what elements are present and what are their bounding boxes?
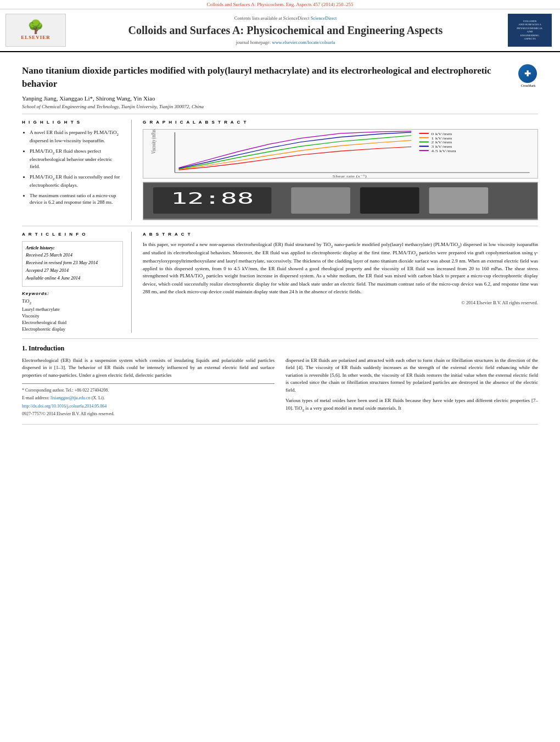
svg-rect-7: [419, 141, 429, 142]
article-title: Nano titanium dioxide particles modified…: [22, 64, 513, 91]
info-abstract-row: A R T I C L E I N F O Article history: R…: [22, 226, 538, 339]
crossmark: ✚ CrossMark: [518, 64, 538, 84]
abstract-heading: A B S T R A C T: [143, 232, 538, 237]
crossmark-logo: ✚: [518, 64, 537, 83]
journal-homepage-line: journal homepage: www.elsevier.com/locat…: [71, 40, 500, 45]
crossmark-label: CrossMark: [518, 84, 538, 87]
abstract-text: In this paper, we reported a new non-aqu…: [143, 241, 538, 296]
tree-icon: 🌳: [27, 20, 44, 34]
footnote-section: * Corresponding author. Tel.: +86 022 27…: [22, 383, 275, 417]
journal-title: Colloids and Surfaces A: Physicochemical…: [71, 23, 500, 37]
elsevier-brand: ELSEVIER: [21, 35, 51, 40]
authors: Yanping Jiang, Xianggao Li*, Shirong Wan…: [22, 95, 513, 102]
keyword-4: Electrorheological fluid: [22, 320, 123, 325]
footnote-issn: 0927-7757/© 2014 Elsevier B.V. All right…: [22, 411, 275, 417]
email-note: (X. Li).: [92, 395, 105, 400]
svg-text:2 kV/mm: 2 kV/mm: [431, 140, 452, 144]
journal-citation-bar: Colloids and Surfaces A: Physicochem. En…: [0, 0, 560, 9]
history-label: Article history:: [26, 245, 119, 252]
highlights-abstract-row: H I G H L I G H T S A novel ER fluid is …: [22, 114, 538, 226]
article-info-col: A R T I C L E I N F O Article history: R…: [22, 232, 132, 333]
email-link[interactable]: lixianggao@tju.edu.cn: [51, 395, 91, 400]
journal-center-info: Contents lists available at ScienceDirec…: [71, 15, 500, 45]
highlight-item-1: A novel ER fluid is prepared by PLMA/TiO…: [30, 129, 123, 144]
two-col-text: Electrorheological (ER) fluid is a suspe…: [22, 357, 538, 419]
article-title-section: Nano titanium dioxide particles modified…: [22, 58, 538, 114]
keyword-1: TiO2: [22, 298, 123, 305]
graphical-abstract-col: G R A P H I C A L A B S T R A C T 0 kV/m…: [143, 120, 538, 220]
intro-right-col: dispersed in ER fluids are polarized and…: [285, 357, 538, 419]
contents-label: Contents lists available at ScienceDirec…: [234, 15, 310, 21]
footnote-doi: http://dx.doi.org/10.1016/j.colsurfa.201…: [22, 403, 275, 409]
svg-rect-9: [419, 146, 429, 147]
svg-rect-19: [360, 187, 419, 214]
keywords-label: Keywords:: [22, 291, 123, 296]
keyword-5: Electrophoretic display: [22, 326, 123, 332]
device-svg: 12:88: [143, 183, 537, 219]
homepage-label: journal homepage:: [236, 40, 271, 45]
section-title: 1. Introduction: [22, 344, 538, 353]
ga-device-image: 12:88: [143, 182, 538, 220]
affiliation: School of Chemical Engineering and Techn…: [22, 104, 513, 109]
highlight-list: A novel ER fluid is prepared by PLMA/TiO…: [22, 129, 123, 206]
highlights-heading: H I G H L I G H T S: [22, 120, 123, 125]
abstract-col: A B S T R A C T In this paper, we report…: [143, 232, 538, 333]
authors-text: Yanping Jiang, Xianggao Li*, Shirong Wan…: [22, 95, 155, 102]
section-number: 1.: [22, 344, 27, 352]
homepage-link[interactable]: www.elsevier.com/locate/colsurfa: [272, 40, 335, 45]
doi-link[interactable]: http://dx.doi.org/10.1016/j.colsurfa.201…: [22, 404, 107, 409]
article-title-text: Nano titanium dioxide particles modified…: [22, 64, 513, 109]
keyword-3: Viscosity: [22, 313, 123, 319]
keyword-2: Lauryl methacrylate: [22, 306, 123, 312]
graphical-abstract-content: 0 kV/mm 1 kV/mm 2 kV/mm 3 kV/mm 4.5 kV/m…: [143, 129, 538, 220]
main-content: Nano titanium dioxide particles modified…: [0, 52, 560, 430]
svg-rect-20: [429, 187, 489, 214]
accepted-date: Accepted 27 May 2014: [26, 267, 119, 274]
svg-text:Shear rate (s⁻¹): Shear rate (s⁻¹): [333, 174, 367, 178]
right-logo-text: COLLOIDSAND SURFACES APHYSICOCHEMICALAND…: [517, 20, 543, 41]
footnote-email: E-mail address: lixianggao@tju.edu.cn (X…: [22, 395, 275, 401]
highlight-item-4: The maximum contrast ratio of a micro-cu…: [30, 192, 123, 206]
highlights-col: H I G H L I G H T S A novel ER fluid is …: [22, 120, 132, 220]
intro-para-right-2: Various types of metal oxides have been …: [285, 397, 538, 413]
keywords-section: Keywords: TiO2 Lauryl methacrylate Visco…: [22, 291, 123, 332]
sciencedirect-link[interactable]: ScienceDirect: [311, 15, 337, 21]
article-info-box: Article history: Received 25 March 2014 …: [22, 241, 123, 287]
received-revised-date: Received in revised form 23 May 2014: [26, 260, 119, 266]
copyright-line: © 2014 Elsevier B.V. All rights reserved…: [143, 300, 538, 305]
intro-left-col: Electrorheological (ER) fluid is a suspe…: [22, 357, 275, 419]
elsevier-logo-left: 🌳 ELSEVIER: [5, 14, 66, 47]
highlight-item-3: PLMA/TiO2 ER fluid is successfully used …: [30, 174, 123, 189]
svg-rect-3: [419, 132, 429, 133]
journal-logo-right: COLLOIDSAND SURFACES APHYSICOCHEMICALAND…: [505, 14, 555, 47]
intro-para-right-1: dispersed in ER fluids are polarized and…: [285, 357, 538, 394]
svg-text:1 kV/mm: 1 kV/mm: [431, 136, 452, 140]
svg-text:0 kV/mm: 0 kV/mm: [431, 131, 452, 136]
svg-text:3 kV/mm: 3 kV/mm: [431, 144, 452, 148]
section-title-text: Introduction: [29, 344, 64, 352]
svg-rect-18: [291, 187, 350, 214]
article-info-heading: A R T I C L E I N F O: [22, 232, 123, 237]
svg-text:12:88: 12:88: [171, 189, 254, 208]
highlight-item-2: PLMA/TiO2 ER fluid shows perfect electro…: [30, 148, 123, 170]
graphical-abstract-heading: G R A P H I C A L A B S T R A C T: [143, 120, 538, 125]
journal-citation: Colloids and Surfaces A: Physicochem. En…: [206, 2, 353, 7]
available-date: Available online 4 June 2014: [26, 275, 119, 282]
svg-rect-11: [419, 150, 429, 151]
svg-text:Viscosity (mPas): Viscosity (mPas): [150, 129, 156, 154]
journal-header: 🌳 ELSEVIER Contents lists available at S…: [0, 9, 560, 52]
svg-text:4.5 kV/mm: 4.5 kV/mm: [431, 148, 456, 153]
svg-rect-5: [419, 137, 429, 138]
sciencedirect-line: Contents lists available at ScienceDirec…: [71, 15, 500, 21]
svg-rect-21: [498, 187, 528, 214]
ga-chart: 0 kV/mm 1 kV/mm 2 kV/mm 3 kV/mm 4.5 kV/m…: [143, 129, 538, 178]
email-label: E-mail address:: [22, 395, 51, 400]
right-logo-box: COLLOIDSAND SURFACES APHYSICOCHEMICALAND…: [508, 14, 552, 47]
footnote-corresponding: * Corresponding author. Tel.: +86 022 27…: [22, 387, 275, 393]
introduction-section: 1. Introduction Electrorheological (ER) …: [22, 339, 538, 425]
elsevier-logo-box: 🌳 ELSEVIER: [5, 14, 66, 47]
intro-para-1: Electrorheological (ER) fluid is a suspe…: [22, 357, 275, 380]
received-date: Received 25 March 2014: [26, 252, 119, 259]
